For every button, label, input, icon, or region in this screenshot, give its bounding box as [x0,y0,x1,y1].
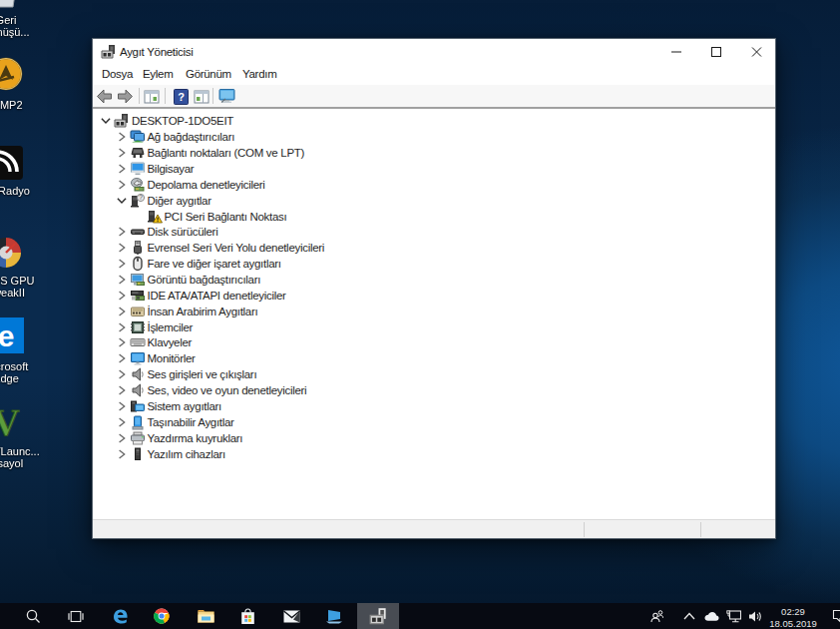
svg-text:V: V [0,403,20,441]
svg-text:?: ? [178,91,185,103]
svg-text:?: ? [139,194,143,201]
svg-text:02:29: 02:29 [781,606,805,617]
svg-text:18.05.2019: 18.05.2019 [769,618,817,629]
svg-text:e: e [0,319,14,352]
